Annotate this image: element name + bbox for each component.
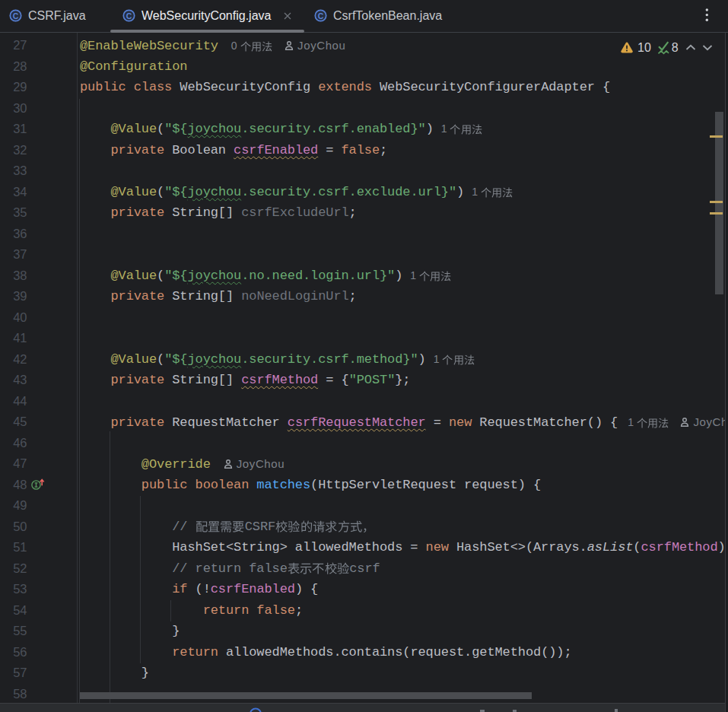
svg-text:C: C [126, 11, 132, 21]
svg-text:C: C [318, 11, 324, 21]
svg-text:C: C [13, 11, 19, 21]
